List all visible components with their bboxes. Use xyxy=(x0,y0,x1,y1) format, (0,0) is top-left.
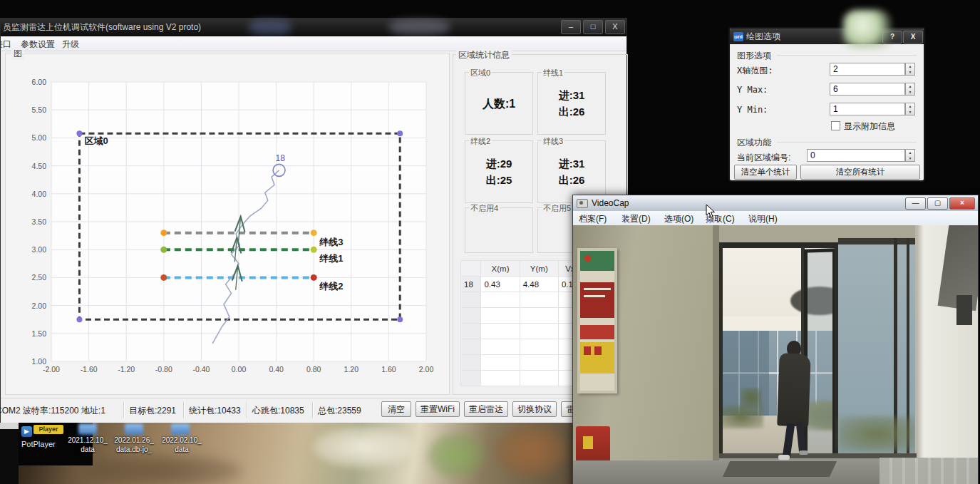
maximize-button[interactable]: □ xyxy=(583,20,603,34)
clear-all-stats-button[interactable]: 清空所有统计 xyxy=(800,165,920,180)
main-titlebar[interactable]: 员监测雷达上位机调试软件(software using V2 proto) – … xyxy=(1,19,626,36)
status-target-packets: 目标包:2291 xyxy=(129,405,176,417)
stat-value: 进:29 xyxy=(465,155,532,172)
svg-text:0.00: 0.00 xyxy=(232,365,247,374)
svg-text:3.00: 3.00 xyxy=(32,245,47,254)
menu-parameter-settings[interactable]: 参数设置 xyxy=(21,38,55,51)
dialog-close-button[interactable]: X xyxy=(903,31,923,43)
videocap-titlebar[interactable]: VideoCap — ▢ × xyxy=(573,195,978,212)
menu-help[interactable]: 说明(H) xyxy=(748,213,778,225)
separator xyxy=(312,402,314,418)
menu-file[interactable]: 档案(F) xyxy=(579,213,607,225)
titlebar-blur-artifact xyxy=(389,19,450,35)
poster-mark xyxy=(584,346,591,355)
minimize-button[interactable]: – xyxy=(561,20,581,34)
svg-text:1.50: 1.50 xyxy=(32,329,47,338)
divider xyxy=(777,142,917,143)
videocap-close-button[interactable]: × xyxy=(949,197,975,210)
person-shoe xyxy=(778,455,790,460)
videocap-window: VideoCap — ▢ × 档案(F) 装置(D) 选项(O) 撷取(C) 说… xyxy=(572,195,979,484)
clear-single-stats-button[interactable]: 清空单个统计 xyxy=(734,165,797,180)
planter xyxy=(741,388,762,408)
y-min-input[interactable]: 1 xyxy=(830,103,905,115)
wallpaper-blob xyxy=(495,424,567,478)
folder-icon[interactable] xyxy=(125,423,143,435)
folder-icon[interactable] xyxy=(78,423,97,435)
folder-name: 2022.02.10_ xyxy=(155,436,208,445)
close-button[interactable]: X xyxy=(605,20,625,34)
desktop-folder-label[interactable]: 2021.12.10_ data xyxy=(61,436,114,454)
stat-value: 进:31 xyxy=(538,87,605,103)
y-max-label: Y Max: xyxy=(737,85,768,95)
svg-text:5.50: 5.50 xyxy=(32,105,47,114)
videocap-title: VideoCap xyxy=(592,198,629,208)
restart-radar-button[interactable]: 重启雷达 xyxy=(464,401,508,417)
folder-name: 2021.12.10_ xyxy=(61,436,114,445)
person-coat xyxy=(777,353,811,426)
svg-text:2.00: 2.00 xyxy=(419,365,434,374)
stat-box-label: 绊线1 xyxy=(542,68,564,78)
wallpaper-blob xyxy=(86,455,242,484)
potplayer-label[interactable]: PotPlayer xyxy=(21,440,56,448)
stat-box-label: 绊线2 xyxy=(469,136,492,147)
wallpaper-blob xyxy=(428,433,485,478)
svg-text:18: 18 xyxy=(276,153,286,163)
folder-name: 2022.01.26_ xyxy=(108,436,160,445)
plot-group-label: 图 xyxy=(11,48,24,60)
svg-text:4.50: 4.50 xyxy=(32,162,47,170)
menu-upgrade[interactable]: 升级 xyxy=(62,38,79,51)
current-zone-spinner[interactable]: ▲▼ xyxy=(905,149,915,162)
y-max-spinner[interactable]: ▲▼ xyxy=(905,83,915,96)
stat-value: 出:26 xyxy=(538,172,605,188)
switch-protocol-button[interactable]: 切换协议 xyxy=(512,401,557,417)
current-zone-input[interactable]: 0 xyxy=(807,149,905,162)
stat-box-label: 不启用4 xyxy=(469,203,500,214)
stat-box-label: 区域0 xyxy=(469,68,492,78)
clear-button[interactable]: 清空 xyxy=(381,401,411,417)
show-extra-info-checkbox[interactable] xyxy=(831,121,840,130)
x-range-spinner[interactable]: ▲▼ xyxy=(905,63,915,76)
fixed-glass-panel xyxy=(838,238,915,463)
menu-options[interactable]: 选项(O) xyxy=(664,213,693,225)
potplayer-icon[interactable]: ▶ xyxy=(21,426,32,437)
stat-box-label: 绊线3 xyxy=(542,136,564,147)
uni-app-icon: uni xyxy=(733,32,743,41)
menu-interface[interactable]: 接口 xyxy=(0,38,11,51)
x-range-input[interactable]: 2 xyxy=(830,63,905,76)
reflective-floor xyxy=(880,458,978,484)
svg-text:0.80: 0.80 xyxy=(306,365,321,374)
desktop-folder-label[interactable]: 2022.01.26_ data.db-jo_ xyxy=(108,436,160,454)
videocap-maximize-button[interactable]: ▢ xyxy=(927,197,948,210)
mouse-cursor xyxy=(706,204,716,218)
x-range-label: X轴范围: xyxy=(737,65,773,77)
wall-shadow xyxy=(713,225,719,460)
reset-wifi-button[interactable]: 重置WiFi xyxy=(416,401,460,417)
menu-device[interactable]: 装置(D) xyxy=(621,213,651,225)
svg-text:1.00: 1.00 xyxy=(32,357,47,366)
svg-text:-0.40: -0.40 xyxy=(192,365,210,374)
poster-text-line xyxy=(584,295,605,297)
bin-label xyxy=(583,436,593,449)
status-connection: COM2 波特率:115200 地址:1 xyxy=(0,405,105,417)
wall-poster xyxy=(577,248,617,393)
camera-icon xyxy=(577,199,588,208)
separator xyxy=(183,402,185,418)
folder-icon[interactable] xyxy=(171,423,190,435)
svg-text:-1.20: -1.20 xyxy=(118,365,135,374)
separator xyxy=(247,402,248,418)
y-max-input[interactable]: 6 xyxy=(830,83,905,96)
y-min-spinner[interactable]: ▲▼ xyxy=(905,103,915,115)
folder-name: data.db-jo_ xyxy=(108,445,160,454)
y-min-label: Y Min: xyxy=(737,105,768,115)
radar-app-window: 员监测雷达上位机调试软件(software using V2 proto) – … xyxy=(0,18,627,423)
videocap-minimize-button[interactable]: — xyxy=(905,197,926,210)
svg-text:-2.00: -2.00 xyxy=(43,365,60,374)
poster-section xyxy=(580,325,614,339)
white-pillar xyxy=(915,225,978,484)
videocap-menubar: 档案(F) 装置(D) 选项(O) 撷取(C) 说明(H) xyxy=(573,211,978,226)
desktop-folder-label[interactable]: 2022.02.10_ data xyxy=(155,436,208,454)
svg-text:0.40: 0.40 xyxy=(269,365,284,374)
svg-text:2.00: 2.00 xyxy=(32,302,47,310)
stat-value: 出:26 xyxy=(538,103,605,120)
screen-edge-sliver xyxy=(0,429,19,484)
